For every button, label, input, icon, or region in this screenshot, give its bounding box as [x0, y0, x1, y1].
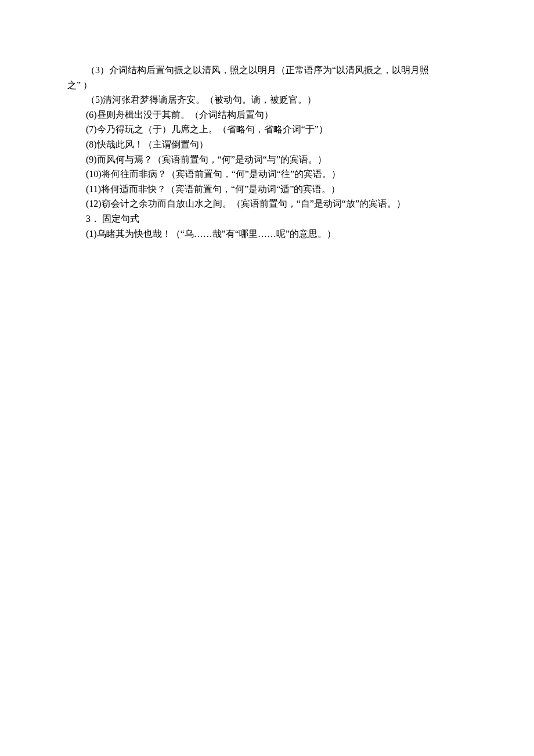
- text-line: 之” ）: [67, 78, 469, 93]
- text-line: (10)将何往而非病？（宾语前置句，“何”是动词“往”的宾语。）: [67, 167, 469, 182]
- text-line: (12)窃会计之余功而自放山水之间。（宾语前置句，“自”是动词“放”的宾语。）: [67, 196, 469, 211]
- text-line: (9)而风何与焉？（宾语前置句，“何”是动词“与”的宾语。）: [67, 152, 469, 167]
- text-line: 3． 固定句式: [67, 211, 469, 226]
- text-line: (11)将何适而非快？（宾语前置句，“何”是动词“适”的宾语。）: [67, 182, 469, 197]
- document-content: （3）介词结构后置句振之以清风，照之以明月（正常语序为“以清风振之，以明月照之”…: [67, 63, 469, 241]
- text-line: （5)清河张君梦得谪居齐安。（被动句。谪，被贬官。）: [67, 92, 469, 107]
- text-line: (8)快哉此风！（主谓倒置句）: [67, 137, 469, 152]
- text-line: (7)今乃得玩之（于）几席之上。（省略句，省略介词“于”）: [67, 122, 469, 137]
- text-line: (1)乌睹其为快也哉！（“乌……哉”有“哪里……呢”的意思。）: [67, 226, 469, 242]
- text-line: (6)昼则舟楫出没于其前。（介词结构后置句）: [67, 107, 469, 123]
- text-line: （3）介词结构后置句振之以清风，照之以明月（正常语序为“以清风振之，以明月照: [67, 63, 469, 78]
